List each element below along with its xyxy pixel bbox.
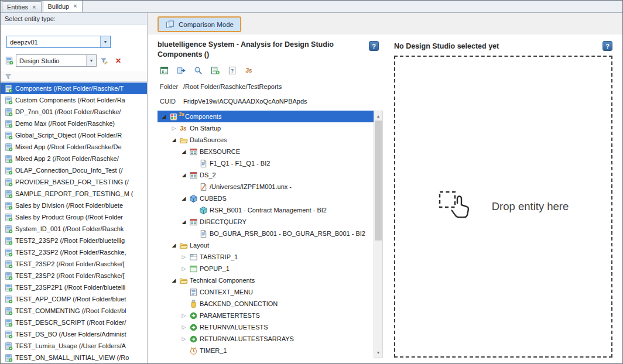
entity-list-item[interactable]: Mixed App (/Root Folder/Raschke/De [1,141,147,153]
comparison-mode-button[interactable]: Comparison Mode [158,16,241,32]
list-filter-row[interactable] [1,71,147,82]
zoom-button[interactable] [193,65,203,75]
ds-app-icon [4,248,13,257]
tree-item[interactable]: ▷RETURNVALUETESTS [158,321,374,333]
help-doc-icon: ? [227,66,237,75]
threes-icon: 3s [179,123,188,133]
entity-label: Global_Script_Object (/Root Folder/R [15,132,122,139]
tree-expanded-arrow[interactable]: ◢ [180,149,188,154]
entity-list-item[interactable]: OLAP_Connection_Docu_Info_Test (/ [1,164,147,176]
excel-add-button[interactable] [210,65,220,75]
tree-collapsed-arrow[interactable]: ▷ [180,254,188,260]
scroll-thumb[interactable] [375,121,382,241]
system-combo[interactable]: deepzv01 ▼ [6,36,111,48]
tab-close-icon[interactable]: × [32,4,36,11]
scroll-up-button[interactable]: ▲ [374,111,382,121]
tree-collapsed-arrow[interactable]: ▷ [170,125,178,131]
tree-item[interactable]: ◢DIRECTQUERY [158,216,374,228]
query-icon [198,229,208,238]
entity-list-item[interactable]: TEST_23SP2 (/Root Folder/Raschke/[ [1,270,147,281]
entity-list-item[interactable]: PROVIDER_BASED_FOR_TESTING (/ [1,176,147,188]
tree-item[interactable]: ◢CUBEDS [158,193,374,204]
tree-item[interactable]: BACKEND_CONNECTION [158,298,374,310]
entity-type-combo[interactable]: Design Studio ▼ [16,54,97,67]
entity-list-item[interactable]: TEST_APP_COMP (/Root Folder/bluet [1,293,147,305]
tree-expanded-arrow[interactable]: ◢ [170,277,178,283]
tree-item[interactable]: ▷3sOn Startup [158,122,374,134]
tree-item[interactable]: ▷PARAMETERTESTS [158,310,374,321]
tree-scrollbar[interactable]: ▲ ▼ [374,111,383,358]
tree-label: Layout [190,242,209,249]
chevron-down-icon[interactable]: ▼ [100,36,110,47]
tree-item[interactable]: ◢Layout [158,239,374,251]
entity-label: Sales by Division (/Root Folder/bluete [15,202,123,209]
export-button[interactable] [176,65,186,75]
tree-item[interactable]: ▷TABSTRIP_1 [158,251,374,263]
drop-zone[interactable]: Drop entity here [394,56,612,358]
script-icon [189,311,198,320]
entity-list-item[interactable]: DP_7nn_001 (/Root Folder/Raschke/ [1,106,147,118]
ds-app-icon [4,201,13,210]
clear-filter-button[interactable]: ✕ [112,54,125,67]
tree-item[interactable]: ▷RETURNVALUETESTSARRAYS [158,333,374,345]
tree-expanded-arrow[interactable]: ◢ [180,172,188,178]
tree-collapsed-arrow[interactable]: ▷ [180,266,188,272]
entity-list-item[interactable]: SAMPLE_REPORT_FOR_TESTING_M ( [1,188,147,200]
tree-expanded-arrow[interactable]: ◢ [170,137,178,143]
entity-list-item[interactable]: TEST_DESCR_SCRIPT (/Root Folder/ [1,317,147,328]
tree-item[interactable]: F1_Q1 - F1_Q1 - BI2 [158,157,374,169]
popup-icon [189,264,198,273]
tree-item[interactable]: BO_GURA_RSR_B001 - BO_GURA_RSR_B001 - BI… [158,228,374,239]
entity-list-item[interactable]: Mixed App 2 (/Root Folder/Raschke/ [1,153,147,164]
universe-icon [198,182,208,191]
entity-list-item[interactable]: TEST2_23SP2 (/Root Folder/bluetellig [1,235,147,246]
entity-list-item[interactable]: TEST_23SP2P1 (/Root Folder/bluetelli [1,281,147,293]
tree-collapsed-arrow[interactable]: ▷ [180,324,188,330]
entity-list-item[interactable]: Sales by Division (/Root Folder/bluete [1,200,147,211]
entity-list-item[interactable]: TEST_23SP2 (/Root Folder/Raschke/[ [1,258,147,270]
export-excel-button[interactable] [159,65,169,75]
tree-item[interactable]: CONTEXT_MENU [158,286,374,298]
tree-item[interactable]: ◢DataSources [158,134,374,146]
tree-item[interactable]: ◢3sComponents [158,111,374,122]
entity-list-item[interactable]: Global_Script_Object (/Root Folder/R [1,129,147,141]
help-doc-button[interactable]: ? [227,65,237,75]
tree-item[interactable]: ◢Technical Components [158,274,374,286]
help-button[interactable]: ? [369,41,379,51]
entity-list-item[interactable]: TEST_COMMENTING (/Root Folder/bl [1,305,147,317]
tree-collapsed-arrow[interactable]: ▷ [180,313,188,318]
entity-list-item[interactable]: Demo Max (/Root Folder/Raschke) [1,118,147,129]
scroll-down-button[interactable]: ▼ [374,348,382,357]
tree-item[interactable]: RSR_B001 - Contract Management - BI2 [158,204,374,216]
tab-buildup[interactable]: Buildup × [43,0,83,12]
threes-button[interactable]: 3s [244,65,254,75]
zoom-icon [193,66,203,75]
chevron-down-icon[interactable]: ▼ [86,55,96,66]
entity-list-item[interactable]: Custom Components (/Root Folder/Ra [1,94,147,106]
tree-item[interactable]: ▷POPUP_1 [158,263,374,274]
tree-item[interactable]: /Universes/IZPF1M001.unx - [158,181,374,193]
tab-close-icon[interactable]: × [73,3,77,9]
entity-list-item[interactable]: TEST2_23SP2 (/Root Folder/Raschke, [1,246,147,258]
tree-expanded-arrow[interactable]: ◢ [160,114,168,119]
tree-expanded-arrow[interactable]: ◢ [170,242,178,248]
entity-list-item[interactable]: TEST_Lumira_Usage (/User Folders/A [1,340,147,352]
entity-label: TEST_23SP2 (/Root Folder/Raschke/[ [15,260,124,267]
tree-item[interactable]: ◢BEXSOURCE [158,146,374,157]
export-excel-icon [159,66,169,75]
tree-expanded-arrow[interactable]: ◢ [180,219,188,225]
edit-filter-button[interactable] [98,54,111,67]
tree-item[interactable]: TIMER_1 [158,345,374,356]
tree-item[interactable]: ◢DS_2 [158,169,374,181]
tab-entities[interactable]: Entities × [2,1,42,12]
help-button[interactable]: ? [603,41,612,51]
tree-collapsed-arrow[interactable]: ▷ [180,336,188,342]
folder-value: /Root Folder/Raschke/TestReports [183,83,282,90]
ds-app-icon [4,107,13,116]
entity-list-item[interactable]: Sales by Product Group (/Root Folder [1,211,147,223]
tree-expanded-arrow[interactable]: ◢ [180,195,188,201]
entity-list-item[interactable]: System_ID_001 (/Root Folder/Raschk [1,223,147,235]
entity-list-item[interactable]: Components (/Root Folder/Raschke/T [1,83,147,94]
entity-list-item[interactable]: TEST_ON_SMALL_INITIAL_VIEW (/Ro [1,352,147,363]
entity-list-item[interactable]: TEST_DS_BO (/User Folders/Administ [1,328,147,340]
